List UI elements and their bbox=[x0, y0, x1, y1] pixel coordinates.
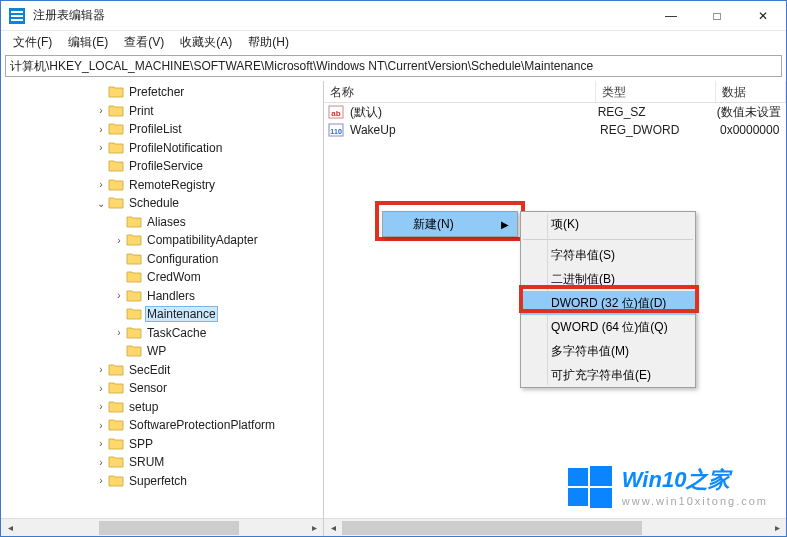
menu-view[interactable]: 查看(V) bbox=[116, 32, 172, 53]
tree-node-label: Handlers bbox=[145, 289, 197, 303]
folder-icon bbox=[126, 233, 142, 247]
tree-node[interactable]: ›setup bbox=[1, 398, 323, 417]
chevron-right-icon[interactable]: › bbox=[95, 364, 107, 375]
tree-node-label: setup bbox=[127, 400, 160, 414]
tree-node[interactable]: ›TaskCache bbox=[1, 324, 323, 343]
chevron-down-icon[interactable]: ⌄ bbox=[95, 198, 107, 209]
tree-node[interactable]: ›Print bbox=[1, 102, 323, 121]
folder-icon bbox=[108, 418, 124, 432]
string-value-icon: ab bbox=[328, 104, 344, 120]
tree-node[interactable]: ›CompatibilityAdapter bbox=[1, 231, 323, 250]
watermark-brand: Win10之家 bbox=[622, 465, 768, 495]
tree-node[interactable]: ProfileService bbox=[1, 157, 323, 176]
tree-node[interactable]: Configuration bbox=[1, 250, 323, 269]
separator bbox=[523, 239, 693, 240]
context-item-qword[interactable]: QWORD (64 位)值(Q) bbox=[521, 315, 695, 339]
context-item-expandsz[interactable]: 可扩充字符串值(E) bbox=[521, 363, 695, 387]
tree-node-label: SecEdit bbox=[127, 363, 172, 377]
scroll-left-icon[interactable]: ◂ bbox=[1, 519, 19, 537]
folder-icon bbox=[126, 344, 142, 358]
context-menu-new: 项(K) 字符串值(S) 二进制值(B) DWORD (32 位)值(D) QW… bbox=[520, 211, 696, 388]
tree-node[interactable]: ›SRUM bbox=[1, 453, 323, 472]
chevron-right-icon[interactable]: › bbox=[113, 290, 125, 301]
list-header: 名称 类型 数据 bbox=[324, 81, 786, 103]
tree-node[interactable]: ›RemoteRegistry bbox=[1, 176, 323, 195]
chevron-right-icon[interactable]: › bbox=[95, 475, 107, 486]
maximize-button[interactable]: □ bbox=[694, 1, 740, 31]
chevron-right-icon[interactable]: › bbox=[95, 142, 107, 153]
tree-node[interactable]: Aliases bbox=[1, 213, 323, 232]
binary-value-icon: 110 bbox=[328, 122, 344, 138]
tree-node-label: WP bbox=[145, 344, 168, 358]
registry-tree[interactable]: Prefetcher›Print›ProfileList›ProfileNoti… bbox=[1, 81, 323, 490]
scroll-thumb[interactable] bbox=[342, 521, 642, 535]
context-item-key[interactable]: 项(K) bbox=[521, 212, 695, 236]
col-type[interactable]: 类型 bbox=[596, 81, 716, 102]
tree-hscrollbar[interactable]: ◂ ▸ bbox=[1, 518, 323, 536]
folder-icon bbox=[126, 326, 142, 340]
context-item-expandsz-label: 可扩充字符串值(E) bbox=[551, 367, 651, 384]
tree-node[interactable]: WP bbox=[1, 342, 323, 361]
context-item-binary[interactable]: 二进制值(B) bbox=[521, 267, 695, 291]
tree-node-label: SoftwareProtectionPlatform bbox=[127, 418, 277, 432]
minimize-button[interactable]: — bbox=[648, 1, 694, 31]
tree-node-label: SRUM bbox=[127, 455, 166, 469]
tree-node[interactable]: CredWom bbox=[1, 268, 323, 287]
context-item-new[interactable]: 新建(N) ▶ bbox=[383, 212, 517, 236]
list-hscrollbar[interactable]: ◂ ▸ bbox=[324, 518, 786, 536]
value-name: WakeUp bbox=[344, 123, 594, 137]
tree-node-label: Configuration bbox=[145, 252, 220, 266]
menu-favorites[interactable]: 收藏夹(A) bbox=[172, 32, 240, 53]
scroll-right-icon[interactable]: ▸ bbox=[305, 519, 323, 537]
menu-help[interactable]: 帮助(H) bbox=[240, 32, 297, 53]
folder-icon bbox=[126, 289, 142, 303]
col-name[interactable]: 名称 bbox=[324, 81, 596, 102]
scroll-right-icon[interactable]: ▸ bbox=[768, 519, 786, 537]
tree-node[interactable]: ⌄Schedule bbox=[1, 194, 323, 213]
chevron-right-icon[interactable]: › bbox=[95, 105, 107, 116]
chevron-right-icon[interactable]: › bbox=[95, 457, 107, 468]
tree-node[interactable]: ›Superfetch bbox=[1, 472, 323, 491]
tree-node[interactable]: ›ProfileList bbox=[1, 120, 323, 139]
svg-rect-9 bbox=[590, 466, 612, 486]
svg-rect-3 bbox=[11, 19, 23, 21]
scroll-thumb[interactable] bbox=[99, 521, 239, 535]
tree-node[interactable]: ›Sensor bbox=[1, 379, 323, 398]
chevron-right-icon[interactable]: › bbox=[95, 420, 107, 431]
scroll-left-icon[interactable]: ◂ bbox=[324, 519, 342, 537]
tree-node[interactable]: Prefetcher bbox=[1, 83, 323, 102]
tree-node-label: TaskCache bbox=[145, 326, 208, 340]
address-bar[interactable]: 计算机\HKEY_LOCAL_MACHINE\SOFTWARE\Microsof… bbox=[5, 55, 782, 77]
chevron-right-icon[interactable]: › bbox=[95, 124, 107, 135]
menu-edit[interactable]: 编辑(E) bbox=[60, 32, 116, 53]
context-item-multisz[interactable]: 多字符串值(M) bbox=[521, 339, 695, 363]
col-data[interactable]: 数据 bbox=[716, 81, 786, 102]
tree-node[interactable]: ›SPP bbox=[1, 435, 323, 454]
chevron-right-icon[interactable]: › bbox=[95, 179, 107, 190]
tree-node[interactable]: ›SoftwareProtectionPlatform bbox=[1, 416, 323, 435]
menu-file[interactable]: 文件(F) bbox=[5, 32, 60, 53]
context-item-string[interactable]: 字符串值(S) bbox=[521, 243, 695, 267]
context-item-dword-label: DWORD (32 位)值(D) bbox=[551, 295, 666, 312]
tree-node-label: ProfileNotification bbox=[127, 141, 224, 155]
chevron-right-icon[interactable]: › bbox=[95, 438, 107, 449]
context-item-binary-label: 二进制值(B) bbox=[551, 271, 615, 288]
value-list[interactable]: ab(默认)REG_SZ(数值未设置110WakeUpREG_DWORD0x00… bbox=[324, 103, 786, 139]
chevron-right-icon[interactable]: › bbox=[95, 383, 107, 394]
context-item-dword[interactable]: DWORD (32 位)值(D) bbox=[521, 291, 695, 315]
tree-node[interactable]: ›ProfileNotification bbox=[1, 139, 323, 158]
tree-node[interactable]: ›SecEdit bbox=[1, 361, 323, 380]
value-row[interactable]: ab(默认)REG_SZ(数值未设置 bbox=[324, 103, 786, 121]
folder-icon bbox=[126, 252, 142, 266]
tree-node[interactable]: ›Handlers bbox=[1, 287, 323, 306]
chevron-right-icon: ▶ bbox=[501, 219, 509, 230]
value-row[interactable]: 110WakeUpREG_DWORD0x0000000 bbox=[324, 121, 786, 139]
chevron-right-icon[interactable]: › bbox=[95, 401, 107, 412]
tree-node-label: Schedule bbox=[127, 196, 181, 210]
tree-node-label: Prefetcher bbox=[127, 85, 186, 99]
chevron-right-icon[interactable]: › bbox=[113, 235, 125, 246]
chevron-right-icon[interactable]: › bbox=[113, 327, 125, 338]
tree-node[interactable]: Maintenance bbox=[1, 305, 323, 324]
tree-node-label: Aliases bbox=[145, 215, 188, 229]
close-button[interactable]: ✕ bbox=[740, 1, 786, 31]
